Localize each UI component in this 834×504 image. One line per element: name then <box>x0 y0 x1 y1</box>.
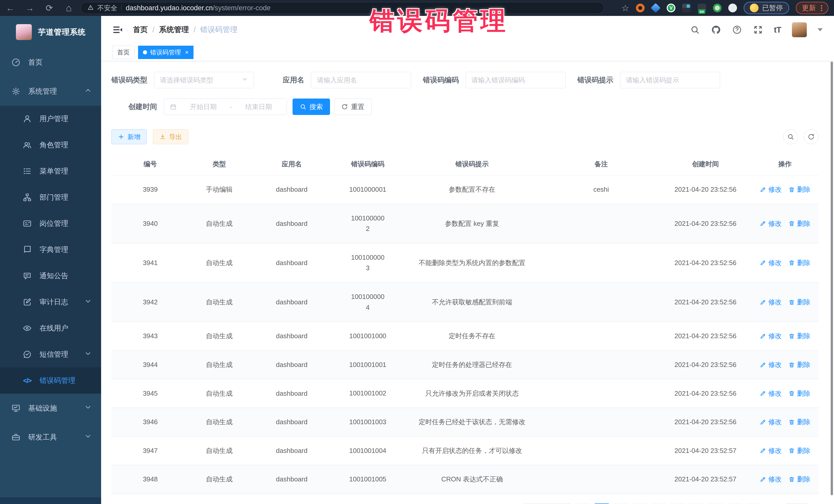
add-button[interactable]: 新增 <box>111 129 147 144</box>
sidebar-item-system[interactable]: 系统管理 <box>0 77 101 106</box>
edit-link[interactable]: 修改 <box>760 475 782 484</box>
extension-icon-2[interactable] <box>651 3 660 13</box>
sidebar-item-dictionary[interactable]: 字典管理 <box>0 237 101 263</box>
refresh-table-button[interactable] <box>804 129 819 144</box>
extension-icon-1[interactable] <box>636 4 644 12</box>
github-icon[interactable] <box>711 25 721 35</box>
delete-link[interactable]: 删除 <box>788 298 810 307</box>
start-date-placeholder[interactable]: 开始日期 <box>181 103 226 111</box>
sidebar-item-menus[interactable]: 菜单管理 <box>0 158 101 184</box>
delete-link[interactable]: 删除 <box>788 332 810 341</box>
edit-link[interactable]: 修改 <box>760 360 782 369</box>
error-type-select-input[interactable] <box>160 76 241 84</box>
error-msg-input[interactable] <box>620 72 720 88</box>
app-name-input[interactable] <box>311 72 411 88</box>
extension-icon-5[interactable] <box>713 4 722 12</box>
extension-icon-3[interactable] <box>682 4 691 12</box>
sidebar-item-error-code[interactable]: </> 错误码管理 <box>0 368 101 394</box>
cell-time: 2021-04-20 23:52:56 <box>659 408 751 437</box>
sidebar-item-sms[interactable]: 短信管理 <box>0 341 101 368</box>
trash-icon <box>788 361 795 368</box>
table-row: 3945 自动生成 dashboard 1001001002 只允许修改为开启或… <box>111 379 819 408</box>
hamburger-icon[interactable] <box>112 24 123 35</box>
browser-back-icon[interactable]: ← <box>6 3 15 13</box>
export-button[interactable]: 导出 <box>153 129 188 144</box>
search-button[interactable]: 搜索 <box>292 98 330 115</box>
user-avatar[interactable] <box>792 22 807 37</box>
tag-error-code[interactable]: 错误码管理 × <box>138 46 194 59</box>
delete-link[interactable]: 删除 <box>788 185 810 194</box>
edit-link[interactable]: 修改 <box>760 219 782 228</box>
sidebar-item-label: 系统管理 <box>28 86 57 96</box>
bookmark-star-icon[interactable]: ☆ <box>621 4 629 12</box>
sidebar-item-home[interactable]: 首页 <box>0 48 101 77</box>
export-button-label: 导出 <box>169 133 182 141</box>
profile-avatar-icon <box>750 4 759 12</box>
help-icon[interactable] <box>732 25 742 35</box>
edit-link[interactable]: 修改 <box>760 446 782 455</box>
sidebar-item-audit-log[interactable]: 审计日志 <box>0 289 101 315</box>
edit-link[interactable]: 修改 <box>760 418 782 426</box>
breadcrumb-system[interactable]: 系统管理 <box>159 25 189 35</box>
edit-link[interactable]: 修改 <box>760 185 782 194</box>
delete-link[interactable]: 删除 <box>788 360 810 369</box>
tag-close-icon[interactable]: × <box>185 49 189 56</box>
avatar-caret-icon[interactable] <box>817 28 823 34</box>
browser-update-button[interactable]: 更新 <box>796 2 828 14</box>
delete-link[interactable]: 删除 <box>788 389 810 398</box>
sidebar-item-departments[interactable]: 部门管理 <box>0 184 101 211</box>
chevron-down-icon <box>84 350 92 359</box>
delete-link[interactable]: 删除 <box>788 258 810 267</box>
reset-button[interactable]: 重置 <box>334 98 372 115</box>
breadcrumb-home[interactable]: 首页 <box>133 25 148 35</box>
cell-remark <box>543 351 659 379</box>
delete-link[interactable]: 删除 <box>788 219 810 228</box>
not-secure-label: 不安全 <box>97 4 117 13</box>
font-size-icon[interactable]: tT <box>774 25 781 35</box>
delete-link[interactable]: 删除 <box>788 446 810 455</box>
vue-devtools-icon[interactable]: V <box>667 4 675 12</box>
browser-forward-icon[interactable]: → <box>25 3 35 13</box>
cell-remark <box>543 379 659 408</box>
create-time-label: 创建时间 <box>128 102 164 112</box>
app-name-field[interactable] <box>317 76 405 84</box>
edit-link[interactable]: 修改 <box>760 389 782 398</box>
browser-reload-icon[interactable]: ⟳ <box>45 3 54 13</box>
sidebar-item-roles[interactable]: 角色管理 <box>0 132 101 158</box>
sidebar-item-online-users[interactable]: 在线用户 <box>0 315 101 341</box>
error-code-input[interactable] <box>465 72 566 88</box>
address-bar[interactable]: 不安全 dashboard.yudao.iocoder.cn/system/er… <box>81 2 604 14</box>
sidebar-item-users[interactable]: 用户管理 <box>0 106 101 132</box>
extensions-puzzle-icon[interactable] <box>728 4 737 12</box>
end-date-placeholder[interactable]: 结束日期 <box>236 103 281 111</box>
header-search-icon[interactable] <box>690 25 700 35</box>
error-code-field[interactable] <box>471 76 560 84</box>
sidebar-item-infrastructure[interactable]: 基础设施 <box>0 394 101 423</box>
logo[interactable]: 芋道管理系统 <box>0 16 101 48</box>
page-scrollbar[interactable] <box>831 62 833 495</box>
error-type-select[interactable] <box>154 72 254 88</box>
edit-link[interactable]: 修改 <box>760 332 782 341</box>
edit-link[interactable]: 修改 <box>760 258 782 267</box>
edit-link[interactable]: 修改 <box>760 298 782 307</box>
cell-time: 2021-04-20 23:52:56 <box>659 283 751 322</box>
browser-home-icon[interactable]: ⌂ <box>64 3 73 13</box>
profile-paused-badge[interactable]: 已暂停 <box>744 2 789 14</box>
delete-link[interactable]: 删除 <box>788 418 810 426</box>
sidebar-item-dev-tools[interactable]: 研发工具 <box>0 423 101 452</box>
sidebar-item-positions[interactable]: 岗位管理 <box>0 211 101 237</box>
toggle-search-button[interactable] <box>783 129 798 144</box>
extension-icon-4[interactable]: on <box>698 4 706 12</box>
delete-link[interactable]: 删除 <box>788 475 810 484</box>
table-row: 3941 自动生成 dashboard 100100000 3 不能删除类型为系… <box>111 243 819 283</box>
tag-home[interactable]: 首页 <box>112 46 134 59</box>
sidebar-item-label: 在线用户 <box>40 323 68 333</box>
browser-menu-icon[interactable] <box>821 5 822 11</box>
table-row: 3939 手动编辑 dashboard 1001000001 参数配置不存在 c… <box>111 176 819 204</box>
dashboard-icon <box>11 57 21 67</box>
error-msg-field[interactable] <box>626 76 714 84</box>
sidebar-item-notices[interactable]: 通知公告 <box>0 263 101 289</box>
fullscreen-icon[interactable] <box>753 25 763 35</box>
date-range-picker[interactable]: 开始日期 - 结束日期 <box>164 98 287 115</box>
not-secure-warning[interactable]: 不安全 <box>88 4 117 13</box>
